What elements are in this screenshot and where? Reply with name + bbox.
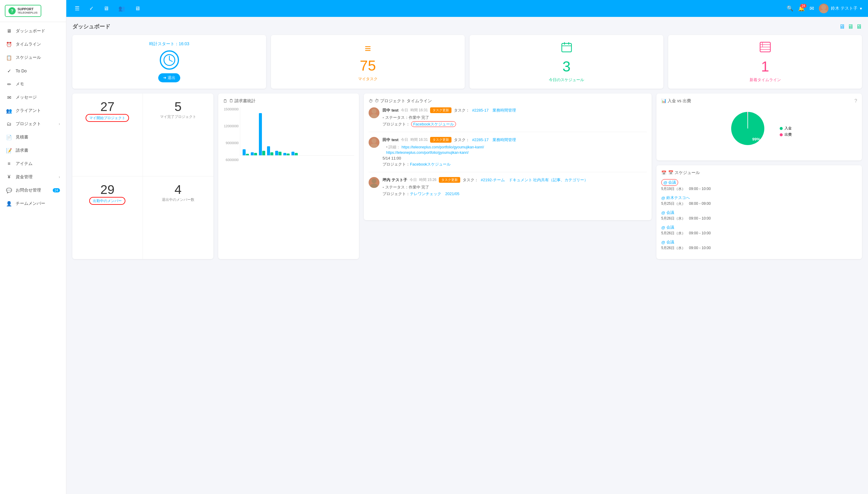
schedule-item-title-2[interactable]: @ 鈴木テスコへ [661, 195, 857, 201]
sidebar: ? SUPPORTTELEONEPLUS 🖥 ダッシュボード ⏰ タイムライン … [0, 0, 66, 494]
schedule-date-5: 5月26日（水） 09:00－10:00 [661, 246, 857, 251]
tl-time-1: 時間 16:31 [411, 108, 428, 113]
tl-project-link-1[interactable]: Facebookスケジュール [410, 121, 456, 127]
schedule-item-title-5[interactable]: @ 会議 [661, 240, 857, 245]
timeline-icon: ⏰ [6, 41, 12, 48]
bar-group-5 [275, 151, 281, 155]
schedule-title-val-4: 会議 [666, 225, 674, 230]
tl-meta-2: 5/14 11:00 [382, 156, 647, 160]
sidebar-label-team: チームメンバー [16, 201, 45, 206]
proj-started-label[interactable]: マイ開始プロジェクト [89, 116, 125, 120]
notification-icon[interactable]: 🔔 24 [798, 5, 805, 12]
timeline-item-3: 坪内 テスト子 今日 時間 15:26 タスク更新 タスク： #2192-チーム… [369, 177, 647, 202]
user-name: 鈴木 テスト子 [831, 6, 857, 11]
tasks-label: マイタスク [358, 76, 378, 82]
sidebar-item-client[interactable]: 👥 クライアント [0, 104, 66, 117]
monitor-icon[interactable]: 🖥 [132, 3, 142, 14]
view-tablet-icon[interactable]: 🖥 [848, 23, 853, 30]
sidebar-item-message[interactable]: ✉ メッセージ [0, 91, 66, 104]
tl-bullet-3: ステータス：作業中 完了 [385, 185, 430, 190]
users-topbar-icon[interactable]: 👥 [116, 3, 127, 14]
bar-blue [283, 153, 286, 155]
y-label-3: 9000000 [223, 141, 239, 145]
schedule-title-val-5: 会議 [666, 240, 674, 245]
proj-leaving-label[interactable]: 退出中のメンバー数 [162, 197, 194, 202]
tl-detail-link-2b[interactable]: https://teleoneplus.com/portfolio/gyoumu… [386, 151, 468, 155]
exit-button[interactable]: ➜ 退出 [158, 73, 180, 82]
finance-arrow: › [59, 175, 60, 179]
income-title-text: 📊 入金 vs 出費 [661, 98, 691, 104]
schedule-card: 📅 📅 スケジュール @ 会議 5月19日（水） 09:00－10:00 [656, 165, 862, 259]
invoice-card: 🗒 🗒 請求書統計 15000000 12000000 9000000 6000… [218, 94, 359, 259]
sidebar-label-memo: メモ [16, 81, 24, 87]
sidebar-item-todo[interactable]: ✓ To Do [0, 64, 66, 77]
user-area[interactable]: 鈴木 テスト子 ▾ [819, 4, 862, 13]
bar-blue [259, 113, 262, 155]
search-icon[interactable]: 🔍 [787, 5, 793, 12]
todo-topbar-icon[interactable]: ✓ [87, 3, 96, 14]
tl-badge-3: タスク更新 [439, 177, 460, 183]
schedule-at-5: @ [661, 240, 665, 245]
sidebar-item-team[interactable]: 👤 チームメンバー [0, 197, 66, 210]
timeline-section-title-text: ⏱ プロジェクト タイムライン [375, 98, 432, 104]
tl-project-link-3[interactable]: テレワンチェック 2021/05 [410, 191, 459, 196]
proj-completed-label[interactable]: マイ完了プロジェクト [160, 115, 196, 119]
mail-icon[interactable]: ✉ [810, 5, 814, 12]
schedule-item-title-1[interactable]: @ 会議 [661, 179, 857, 186]
user-dropdown-icon[interactable]: ▾ [860, 6, 862, 11]
invoice-title: 🗒 🗒 請求書統計 [223, 98, 354, 104]
avatar [819, 4, 829, 13]
view-desktop-icon[interactable]: 🖥 [839, 23, 845, 30]
tl-time-3: 時間 15:26 [419, 177, 436, 183]
chart-icon: 📊 [661, 98, 666, 103]
timeline-stat-card: 1 新着タイムライン [668, 35, 862, 89]
view-icons: 🖥 🖥 🖥 [839, 23, 862, 30]
sidebar-item-estimate[interactable]: 📄 見積書 [0, 131, 66, 144]
schedule-item-5: @ 会議 5月26日（水） 09:00－10:00 [661, 240, 857, 251]
tl-avatar-2 [369, 137, 379, 148]
svg-point-18 [372, 178, 376, 183]
page-header: ダッシュボード 🖥 🖥 🖥 [72, 23, 862, 30]
project-icon: 🗂 [6, 121, 12, 127]
tl-task-link-3[interactable]: #2192-チーム ドキュメント 社内共有（記事、カテゴリー） [481, 177, 588, 183]
bar-green [295, 153, 298, 155]
tl-task-link-2[interactable]: #2285-17 業務時間管理 [472, 137, 516, 142]
message-icon: ✉ [6, 94, 12, 100]
main-area: ☰ ✓ 🖥 👥 🖥 🔍 🔔 24 ✉ 鈴木 テスト子 ▾ ダッシュボード [66, 0, 868, 494]
menu-icon[interactable]: ☰ [72, 3, 82, 14]
invoice-icon: 📝 [6, 148, 12, 153]
sidebar-item-timeline[interactable]: ⏰ タイムライン [0, 38, 66, 51]
sidebar-item-invoice[interactable]: 📝 請求書 [0, 144, 66, 157]
timeline-section: ⏱ ⏱ プロジェクト タイムライン 田中 test 今日 時間 16:31 [364, 94, 652, 220]
notification-badge: 24 [800, 4, 807, 8]
tl-project-link-2[interactable]: Facebookスケジュール [410, 162, 451, 167]
proj-stat-leaving: 4 退出中のメンバー数 [143, 176, 213, 259]
sidebar-item-schedule[interactable]: 📋 スケジュール [0, 51, 66, 64]
tl-date-2: 今日 [401, 137, 408, 142]
timeline-item-1: 田中 test 今日 時間 16:31 タスク更新 タスク： #2285-17 … [369, 107, 647, 132]
schedule-item-title-4[interactable]: @ 会議 [661, 225, 857, 230]
proj-attending-label[interactable]: 出勤中のメンバー [93, 199, 122, 203]
svg-rect-5 [562, 43, 571, 52]
sidebar-item-items[interactable]: ≡ アイテム [0, 157, 66, 170]
income-legend-label: 入金 [785, 126, 792, 131]
tl-task-link-1[interactable]: #2285-17 業務時間管理 [472, 108, 516, 113]
sidebar-item-inquiry[interactable]: 💬 お問合せ管理 24 [0, 184, 66, 197]
sidebar-item-dashboard[interactable]: 🖥 ダッシュボード [0, 24, 66, 38]
display-icon[interactable]: 🖥 [101, 3, 111, 14]
sidebar-label-estimate: 見積書 [16, 134, 28, 140]
sidebar-item-project[interactable]: 🗂 プロジェクト › [0, 117, 66, 131]
content: ダッシュボード 🖥 🖥 🖥 時計スタート：16:03 ➜ 退出 [66, 17, 868, 494]
sidebar-item-finance[interactable]: ¥ 資金管理 › [0, 170, 66, 184]
sidebar-item-memo[interactable]: ✏ メモ [0, 77, 66, 91]
proj-stat-started: 27 マイ開始プロジェクト [72, 94, 143, 176]
schedule-item-title-3[interactable]: @ 会議 [661, 210, 857, 215]
clock-label: 時計スタート：16:03 [149, 41, 189, 47]
logo-icon: ? [8, 7, 16, 15]
tl-detail-link-2[interactable]: https://teleoneplus.com/portfolio/gyoumu… [401, 145, 484, 149]
bar-green [287, 153, 290, 155]
help-icon[interactable]: ? [854, 98, 857, 104]
view-mobile-icon[interactable]: 🖥 [856, 23, 862, 30]
tl-header-3: 坪内 テスト子 今日 時間 15:26 タスク更新 タスク： #2192-チーム… [382, 177, 647, 183]
pie-percent-text: 99% [752, 137, 760, 141]
